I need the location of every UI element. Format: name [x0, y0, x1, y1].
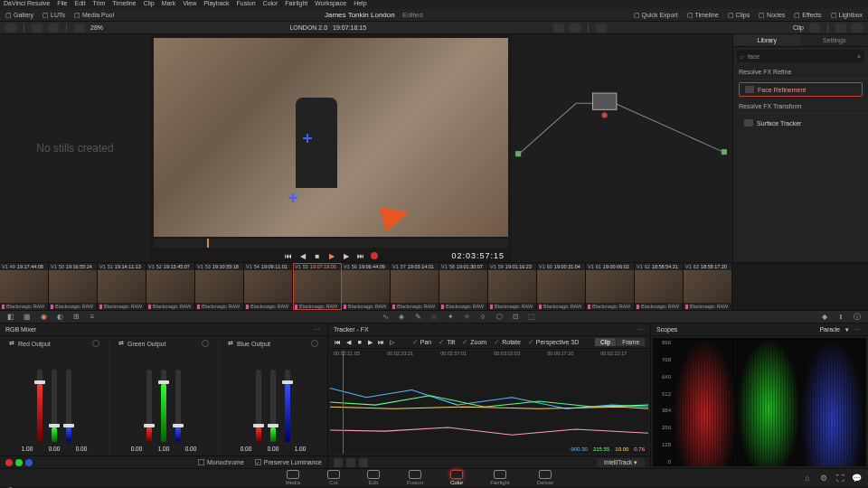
section-refine[interactable]: Resolve FX Refine [733, 65, 868, 80]
highlight-btn[interactable] [596, 23, 607, 33]
slider-red[interactable] [146, 370, 152, 442]
menu-workspace[interactable]: Workspace [315, 0, 346, 9]
zoom-level[interactable]: 28% [90, 24, 103, 31]
check-zoom[interactable]: ✓Zoom [462, 338, 486, 346]
tab-settings[interactable]: Settings [801, 34, 869, 46]
clip-thumb[interactable]: V15819:01:30:07Blackmagic RAW [439, 263, 488, 310]
loop-icon[interactable] [371, 252, 378, 259]
clip-thumb[interactable]: V15619:06:44:09Blackmagic RAW [342, 263, 391, 310]
page-cut[interactable]: Cut [327, 470, 340, 485]
tracker-graph[interactable]: 00:02:21:0500:02:23:2100:02:57:0100:03:0… [330, 351, 648, 454]
menu-playback[interactable]: Playback [203, 0, 229, 9]
grid-btn[interactable] [32, 23, 42, 33]
topbar-timeline[interactable]: ▢ Timeline [687, 12, 719, 19]
clip-thumb[interactable]: V15119:14:11:13Blackmagic RAW [98, 263, 146, 310]
options-icon[interactable] [852, 23, 863, 33]
topbar-nodes[interactable]: ▢ Nodes [759, 12, 785, 19]
scopes-icon[interactable]: ⫿ [835, 313, 846, 322]
page-deliver[interactable]: Deliver [537, 470, 554, 485]
chat-icon[interactable]: 💬 [852, 474, 861, 483]
home-icon[interactable]: ⌂ [803, 474, 812, 483]
search-input[interactable]: ⌕ face × [737, 50, 864, 62]
curves-icon[interactable]: ∿ [380, 313, 391, 322]
list-btn[interactable] [48, 23, 59, 33]
search-side-icon[interactable] [835, 23, 846, 33]
menu-timeline[interactable]: Timeline [112, 0, 136, 9]
magic-mask-icon[interactable]: ✧ [461, 313, 472, 322]
info-icon[interactable]: ⓘ [852, 313, 863, 322]
menu-davinciresolve[interactable]: DaVinci Resolve [4, 0, 50, 9]
monochrome-checkbox[interactable]: Monochrome [198, 459, 244, 465]
slider-red[interactable] [37, 370, 42, 442]
project-settings-icon[interactable]: ⚙ [819, 474, 828, 483]
topbar-lightbox[interactable]: ▢ Lightbox [831, 12, 863, 19]
channel-swap[interactable] [5, 459, 33, 466]
page-edit[interactable]: Edit [367, 470, 380, 485]
track-stop-icon[interactable]: ■ [355, 338, 363, 346]
track-fwd-icon[interactable]: ▶ [366, 338, 374, 346]
fullscreen-icon[interactable]: ⛶ [835, 474, 844, 483]
clip-thumb[interactable]: V16019:00:31:04Blackmagic RAW [537, 263, 586, 310]
fx-face-refinement[interactable]: Face Refinement [739, 82, 863, 97]
reset-icon[interactable] [92, 340, 99, 347]
tab-library[interactable]: Library [733, 34, 801, 46]
clip-thumb[interactable]: V15719:03:14:01Blackmagic RAW [391, 263, 439, 310]
scope-mode-dropdown[interactable]: Parade [819, 326, 840, 333]
motion-icon[interactable]: ≡ [87, 313, 98, 322]
check-perspective3d[interactable]: ✓Perspective 3D [528, 338, 579, 346]
menu-mark[interactable]: Mark [162, 0, 176, 9]
clip-thumb[interactable]: V15219:13:45:07Blackmagic RAW [146, 263, 195, 310]
menu-file[interactable]: File [57, 0, 67, 9]
annotate-btn[interactable] [74, 23, 85, 33]
section-transform[interactable]: Resolve FX Transform [733, 99, 868, 114]
slider-blue[interactable] [66, 370, 71, 442]
master-timecode[interactable]: 02:03:57:15 [451, 251, 505, 260]
viewer-scrubber[interactable] [154, 239, 508, 248]
viewer-frame[interactable] [154, 38, 508, 237]
node-add-btn[interactable] [809, 23, 820, 33]
topbar-quickexport[interactable]: ▢ Quick Export [634, 12, 678, 19]
mode-frame[interactable]: Frame [617, 338, 645, 346]
menu-fusion[interactable]: Fusion [237, 0, 256, 9]
reset-icon[interactable] [202, 340, 209, 347]
3d-icon[interactable]: ⬚ [526, 313, 537, 322]
link-icon[interactable]: ⇄ [9, 340, 14, 347]
panel-menu-icon[interactable]: ⋯ [314, 326, 322, 333]
window-icon[interactable]: ○ [429, 313, 439, 322]
step-fwd-icon[interactable]: ▶ [342, 251, 351, 260]
preserve-luma-checkbox[interactable]: ✓Preserve Luminance [255, 459, 322, 465]
topbar-mediapool[interactable]: ▢ Media Pool [74, 12, 114, 19]
slider-green[interactable] [52, 370, 57, 442]
track-fwd-all-icon[interactable]: ⏭ [377, 338, 385, 346]
color-checker-icon[interactable]: ▦ [22, 313, 33, 322]
viewer-timecode[interactable]: 19:07:18:15 [333, 24, 366, 31]
link-icon[interactable]: ⇄ [118, 340, 124, 347]
menu-help[interactable]: Help [354, 0, 366, 9]
clip-label[interactable]: Clip [793, 24, 804, 31]
hand-btn[interactable] [570, 23, 580, 33]
menu-clip[interactable]: Clip [144, 0, 155, 9]
jump-start-icon[interactable]: ⏮ [284, 251, 293, 260]
warper-icon[interactable]: ◈ [396, 313, 407, 322]
camera-raw-icon[interactable]: ◧ [5, 313, 16, 322]
keyframe-icon[interactable]: ◆ [819, 313, 830, 322]
clip-thumb[interactable]: V15419:09:11:01Blackmagic RAW [244, 263, 293, 310]
menu-color[interactable]: Color [263, 0, 278, 9]
slider-red[interactable] [256, 370, 261, 442]
slider-green[interactable] [161, 370, 166, 442]
timeline-view-btn[interactable] [5, 23, 16, 33]
check-rotate[interactable]: ✓Rotate [494, 338, 521, 346]
page-color[interactable]: Color [450, 470, 463, 485]
stop-icon[interactable]: ■ [313, 251, 322, 260]
chevron-down-icon[interactable]: ▾ [845, 326, 849, 333]
jump-end-icon[interactable]: ⏭ [356, 251, 365, 260]
clip-thumb[interactable]: V14919:17:44:08Blackmagic RAW [0, 263, 49, 310]
clip-thumb[interactable]: V15919:01:16:23Blackmagic RAW [488, 263, 537, 310]
panel-menu-icon[interactable]: ⋯ [637, 326, 645, 333]
menu-trim[interactable]: Trim [93, 0, 106, 9]
slider-blue[interactable] [285, 370, 290, 442]
panel-menu-icon[interactable]: ⋯ [854, 326, 863, 333]
blur-icon[interactable]: ◊ [477, 313, 488, 322]
fx-surface-tracker[interactable]: Surface Tracker [739, 117, 863, 129]
timeline-name[interactable]: LONDON 2.0 [289, 24, 327, 31]
